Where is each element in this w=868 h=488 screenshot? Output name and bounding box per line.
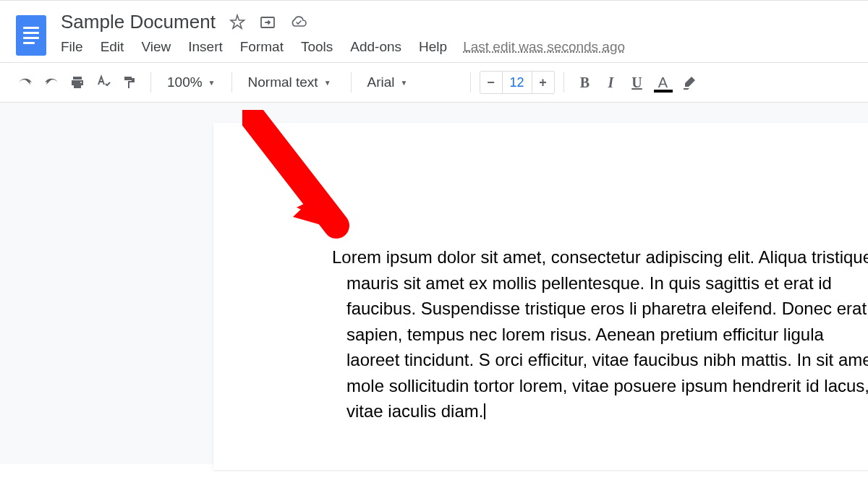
menu-insert[interactable]: Insert: [179, 36, 231, 58]
annotation-arrow-icon: [242, 110, 358, 240]
redo-icon[interactable]: [39, 71, 64, 94]
font-dropdown[interactable]: Arial ▼: [360, 74, 461, 90]
menu-help[interactable]: Help: [410, 36, 456, 58]
zoom-value: 100%: [167, 74, 203, 90]
toolbar-separator: [150, 72, 151, 93]
menu-format[interactable]: Format: [231, 36, 292, 58]
chevron-down-icon: ▼: [401, 79, 408, 87]
document-body-text[interactable]: Lorem ipsum dolor sit amet, consectetur …: [332, 244, 868, 424]
style-value: Normal text: [248, 74, 318, 90]
cloud-status-icon[interactable]: [289, 14, 308, 30]
styles-dropdown[interactable]: Normal text ▼: [241, 74, 342, 90]
font-size-increase-button[interactable]: +: [532, 72, 554, 93]
svg-point-1: [80, 82, 82, 83]
menu-addons[interactable]: Add-ons: [341, 36, 410, 58]
highlight-icon[interactable]: [677, 71, 702, 94]
menu-edit[interactable]: Edit: [92, 36, 133, 58]
italic-button[interactable]: I: [599, 71, 624, 94]
print-icon[interactable]: [65, 71, 90, 94]
text-color-button[interactable]: A: [651, 71, 676, 94]
last-edit-link[interactable]: Last edit was seconds ago: [463, 39, 625, 55]
menu-view[interactable]: View: [132, 36, 179, 58]
title-row: Sample Document: [61, 11, 868, 33]
underline-button[interactable]: U: [625, 71, 650, 94]
zoom-dropdown[interactable]: 100% ▼: [160, 74, 223, 90]
text-color-swatch: [654, 90, 673, 93]
app-header: Sample Document File Edit View Insert Fo…: [0, 1, 868, 58]
font-value: Arial: [367, 74, 395, 90]
font-size-value[interactable]: 12: [502, 72, 532, 93]
menu-bar: File Edit View Insert Format Tools Add-o…: [61, 36, 868, 58]
undo-icon[interactable]: [13, 71, 38, 94]
toolbar-separator: [470, 72, 471, 93]
font-size-stepper: − 12 +: [480, 71, 555, 94]
font-size-decrease-button[interactable]: −: [480, 72, 502, 93]
docs-logo-icon[interactable]: [16, 15, 46, 56]
toolbar-separator: [563, 72, 564, 93]
workspace: Lorem ipsum dolor sit amet, consectetur …: [0, 103, 868, 464]
document-title[interactable]: Sample Document: [61, 11, 216, 33]
toolbar: 100% ▼ Normal text ▼ Arial ▼ − 12 + B I …: [0, 62, 868, 103]
star-icon[interactable]: [229, 14, 246, 31]
chevron-down-icon: ▼: [208, 79, 216, 87]
spellcheck-icon[interactable]: [91, 71, 116, 94]
toolbar-separator: [231, 72, 232, 93]
menu-file[interactable]: File: [61, 36, 92, 58]
toolbar-separator: [351, 72, 352, 93]
text-cursor: [484, 403, 485, 419]
menu-tools[interactable]: Tools: [292, 36, 341, 58]
bold-button[interactable]: B: [573, 71, 597, 94]
move-icon[interactable]: [259, 14, 276, 31]
chevron-down-icon: ▼: [324, 79, 331, 87]
paint-format-icon[interactable]: [117, 71, 142, 94]
